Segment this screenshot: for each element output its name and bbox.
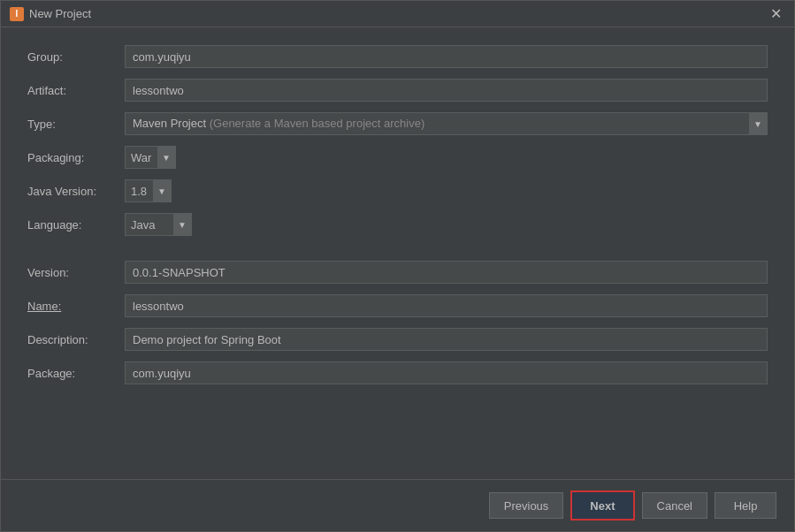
type-select[interactable]: Maven Project (Generate a Maven based pr…	[125, 112, 768, 135]
language-dropdown-arrow[interactable]: ▼	[173, 213, 191, 236]
type-secondary: (Generate a Maven based project archive)	[210, 117, 425, 130]
language-select-wrapper: Java Kotlin Groovy ▼	[125, 213, 192, 236]
package-row: Package:	[27, 361, 768, 384]
language-select[interactable]: Java Kotlin Groovy	[126, 214, 173, 235]
close-button[interactable]: ✕	[767, 5, 785, 23]
description-label: Description:	[27, 333, 125, 346]
type-select-text: Maven Project (Generate a Maven based pr…	[126, 112, 749, 135]
packaging-dropdown-arrow[interactable]: ▼	[157, 146, 175, 169]
cancel-button[interactable]: Cancel	[642, 492, 707, 519]
group-row: Group:	[27, 45, 768, 68]
version-label: Version:	[27, 266, 125, 279]
packaging-select[interactable]: War Jar	[126, 147, 157, 168]
footer: Previous Next Cancel Help	[1, 479, 794, 531]
packaging-label: Packaging:	[27, 151, 125, 164]
version-input[interactable]	[125, 261, 768, 284]
type-dropdown-arrow[interactable]: ▼	[749, 112, 767, 135]
version-row: Version:	[27, 261, 768, 284]
language-row: Language: Java Kotlin Groovy ▼	[27, 213, 768, 236]
artifact-input[interactable]	[125, 79, 768, 102]
title-bar-left: I New Project	[10, 7, 91, 21]
window-title: New Project	[29, 7, 91, 20]
dialog-window: I New Project ✕ Group: Artifact: Type: M…	[0, 0, 795, 532]
java-version-row: Java Version: 1.8 11 17 ▼	[27, 179, 768, 202]
help-button[interactable]: Help	[715, 492, 776, 519]
description-input[interactable]	[125, 328, 768, 351]
java-version-select-wrapper: 1.8 11 17 ▼	[125, 179, 172, 202]
next-button[interactable]: Next	[570, 490, 634, 521]
type-row: Type: Maven Project (Generate a Maven ba…	[27, 112, 768, 135]
title-bar: I New Project ✕	[1, 1, 794, 27]
form-content: Group: Artifact: Type: Maven Project (Ge…	[1, 27, 794, 479]
name-input[interactable]	[125, 294, 768, 317]
package-input[interactable]	[125, 361, 768, 384]
packaging-row: Packaging: War Jar ▼	[27, 146, 768, 169]
artifact-row: Artifact:	[27, 79, 768, 102]
app-icon: I	[10, 7, 24, 21]
group-input[interactable]	[125, 45, 768, 68]
previous-button[interactable]: Previous	[489, 492, 564, 519]
java-version-select[interactable]: 1.8 11 17	[126, 180, 153, 201]
name-label: Name:	[27, 300, 125, 313]
packaging-select-wrapper: War Jar ▼	[125, 146, 176, 169]
description-row: Description:	[27, 328, 768, 351]
artifact-label: Artifact:	[27, 84, 125, 97]
type-label: Type:	[27, 118, 125, 131]
group-label: Group:	[27, 50, 125, 64]
name-row: Name:	[27, 294, 768, 317]
java-version-label: Java Version:	[27, 185, 125, 198]
java-version-dropdown-arrow[interactable]: ▼	[153, 179, 171, 202]
type-primary: Maven Project	[133, 117, 206, 130]
package-label: Package:	[27, 367, 125, 380]
language-label: Language:	[27, 218, 125, 232]
